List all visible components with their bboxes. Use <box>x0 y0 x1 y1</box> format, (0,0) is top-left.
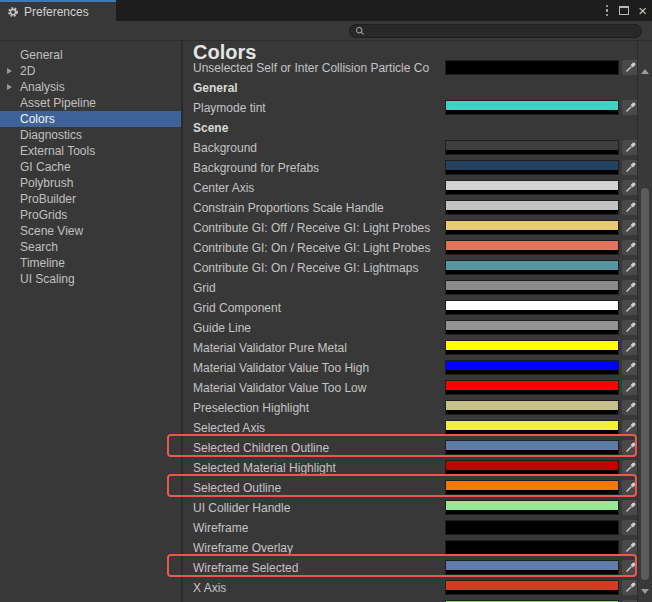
color-swatch[interactable] <box>445 200 619 215</box>
eyedropper-icon <box>624 301 637 314</box>
color-swatch[interactable] <box>445 540 619 555</box>
sidebar-item-scene-view[interactable]: Scene View <box>0 223 181 239</box>
color-row: UI Collider Handle <box>185 498 637 518</box>
eyedropper-button[interactable] <box>622 420 637 435</box>
tab-preferences[interactable]: Preferences <box>0 0 116 21</box>
eyedropper-button[interactable] <box>622 540 637 555</box>
color-swatch[interactable] <box>445 400 619 415</box>
eyedropper-button[interactable] <box>622 580 637 595</box>
eyedropper-button[interactable] <box>622 280 637 295</box>
section-header-row: General <box>185 78 637 98</box>
toolbar <box>0 21 652 41</box>
eyedropper-button[interactable] <box>622 340 637 355</box>
eyedropper-button[interactable] <box>622 300 637 315</box>
kebab-menu-icon[interactable] <box>604 3 611 19</box>
color-swatch[interactable] <box>445 320 619 335</box>
eyedropper-button[interactable] <box>622 560 637 575</box>
color-swatch[interactable] <box>445 460 619 475</box>
sidebar-item-probuilder[interactable]: ProBuilder <box>0 191 181 207</box>
color-swatch[interactable] <box>445 480 619 495</box>
color-swatch[interactable] <box>445 160 619 175</box>
eyedropper-button[interactable] <box>622 500 637 515</box>
eyedropper-button[interactable] <box>622 240 637 255</box>
eyedropper-button[interactable] <box>622 480 637 495</box>
color-swatch[interactable] <box>445 100 619 115</box>
color-row-label: Wireframe Overlay <box>193 541 444 555</box>
sidebar-item-diagnostics[interactable]: Diagnostics <box>0 127 181 143</box>
preferences-window: Preferences × General 2D Analysis Asset … <box>0 0 652 602</box>
close-icon[interactable]: × <box>638 3 647 18</box>
color-row: Y Axis <box>185 598 637 602</box>
color-swatch[interactable] <box>445 140 619 155</box>
eyedropper-icon <box>624 261 637 274</box>
vertical-scrollbar[interactable] <box>637 41 652 602</box>
eyedropper-button[interactable] <box>622 360 637 375</box>
color-swatch[interactable] <box>445 440 619 455</box>
maximize-icon[interactable] <box>619 6 629 15</box>
sidebar-item-timeline[interactable]: Timeline <box>0 255 181 271</box>
sidebar-item-asset-pipeline[interactable]: Asset Pipeline <box>0 95 181 111</box>
eyedropper-button[interactable] <box>622 160 637 175</box>
sidebar-item-progrids[interactable]: ProGrids <box>0 207 181 223</box>
eyedropper-button[interactable] <box>622 440 637 455</box>
eyedropper-button[interactable] <box>622 520 637 535</box>
sidebar-item-2d[interactable]: 2D <box>0 63 181 79</box>
expand-arrow-icon[interactable] <box>7 68 12 74</box>
color-row-label: Grid Component <box>193 301 444 315</box>
color-swatch[interactable] <box>445 580 619 595</box>
color-swatch[interactable] <box>445 300 619 315</box>
color-swatch[interactable] <box>445 560 619 575</box>
color-swatch[interactable] <box>445 280 619 295</box>
sidebar-item-gi-cache[interactable]: GI Cache <box>0 159 181 175</box>
expand-arrow-icon[interactable] <box>7 84 12 90</box>
color-swatch[interactable] <box>445 420 619 435</box>
eyedropper-button[interactable] <box>622 320 637 335</box>
color-swatch[interactable] <box>445 380 619 395</box>
sidebar-item-colors[interactable]: Colors <box>0 111 181 127</box>
color-row: Material Validator Value Too High <box>185 358 637 378</box>
color-row-label: Selected Material Highlight <box>193 461 444 475</box>
eyedropper-button[interactable] <box>622 460 637 475</box>
scroll-up-icon[interactable] <box>641 69 649 74</box>
scrollbar-thumb[interactable] <box>641 188 649 580</box>
color-swatch[interactable] <box>445 520 619 535</box>
sidebar-item-search[interactable]: Search <box>0 239 181 255</box>
sidebar-item-label: Scene View <box>20 224 83 238</box>
color-row-label: Preselection Highlight <box>193 401 444 415</box>
color-row-label: Guide Line <box>193 321 444 335</box>
sidebar-item-label: GI Cache <box>20 160 71 174</box>
eyedropper-button[interactable] <box>622 100 637 115</box>
search-box[interactable] <box>349 24 642 38</box>
eyedropper-icon <box>624 201 637 214</box>
sidebar-item-polybrush[interactable]: Polybrush <box>0 175 181 191</box>
sidebar-item-label: External Tools <box>20 144 95 158</box>
search-input[interactable] <box>365 25 641 37</box>
sidebar-item-label: ProBuilder <box>20 192 76 206</box>
color-swatch[interactable] <box>445 180 619 195</box>
color-swatch[interactable] <box>445 340 619 355</box>
color-swatch[interactable] <box>445 360 619 375</box>
sidebar-item-ui-scaling[interactable]: UI Scaling <box>0 271 181 287</box>
eyedropper-button[interactable] <box>622 140 637 155</box>
color-swatch[interactable] <box>445 60 619 75</box>
eyedropper-button[interactable] <box>622 400 637 415</box>
color-swatch[interactable] <box>445 240 619 255</box>
color-swatch[interactable] <box>445 500 619 515</box>
eyedropper-button[interactable] <box>622 380 637 395</box>
color-row-label: Contribute GI: On / Receive GI: Light Pr… <box>193 241 444 255</box>
eyedropper-button[interactable] <box>622 60 637 75</box>
eyedropper-icon <box>624 61 637 74</box>
color-row-label: Material Validator Value Too High <box>193 361 444 375</box>
eyedropper-button[interactable] <box>622 200 637 215</box>
eyedropper-icon <box>624 281 637 294</box>
color-swatch[interactable] <box>445 220 619 235</box>
section-header-label: Scene <box>193 121 444 135</box>
eyedropper-button[interactable] <box>622 260 637 275</box>
scroll-down-icon[interactable] <box>641 589 649 594</box>
color-swatch[interactable] <box>445 260 619 275</box>
eyedropper-button[interactable] <box>622 220 637 235</box>
eyedropper-button[interactable] <box>622 180 637 195</box>
sidebar-item-general[interactable]: General <box>0 47 181 63</box>
sidebar-item-analysis[interactable]: Analysis <box>0 79 181 95</box>
sidebar-item-external-tools[interactable]: External Tools <box>0 143 181 159</box>
